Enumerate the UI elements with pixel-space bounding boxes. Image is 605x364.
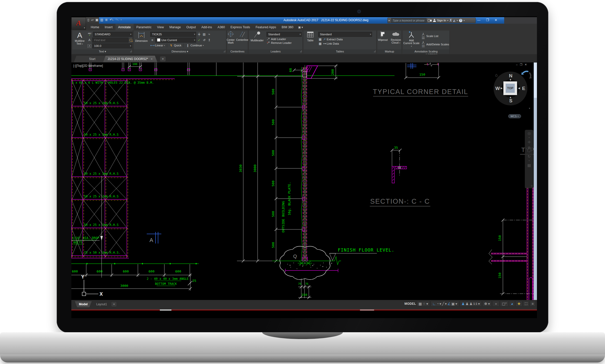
table-style-dropdown[interactable]: Standard [318, 32, 372, 37]
help-icon[interactable]: ? [459, 19, 462, 22]
isolate-objects-icon[interactable]: ▢° [502, 302, 507, 306]
osnap-caret-icon[interactable]: ▾ [456, 302, 457, 306]
find-magnifier-icon[interactable] [130, 39, 132, 42]
table-button[interactable]: Table [305, 31, 316, 42]
zoom-caret-icon[interactable]: ▾ [529, 151, 530, 153]
sign-in-caret-icon[interactable]: ▾ [447, 19, 448, 22]
dim-check-icon[interactable]: ✓ [197, 38, 201, 42]
plot-icon[interactable]: ≣ [105, 18, 108, 22]
dim-break-icon[interactable]: ╪ [197, 33, 201, 36]
a360-caret-icon[interactable]: ▾ [457, 19, 458, 22]
tab-manage[interactable]: Manage [167, 24, 184, 30]
spell-check-icon[interactable]: ABC✓ [87, 33, 92, 36]
panel-title-markup[interactable]: Markup [377, 49, 402, 54]
add-current-scale-button[interactable]: AddCurrent Scale ▾ [403, 31, 420, 48]
tab-featured-apps[interactable]: Featured Apps [253, 24, 279, 30]
viewcube-home-icon[interactable]: ⌂ [495, 73, 498, 78]
customize-menu-icon[interactable]: ≡ [532, 302, 534, 306]
undo-icon[interactable]: ↶▾ [110, 18, 113, 22]
text-style-dropdown[interactable]: STANDARD [93, 32, 132, 37]
dim-layer-dropdown[interactable]: Use Current [155, 38, 196, 43]
exchange-apps-icon[interactable]: X [449, 18, 452, 22]
search-input[interactable] [391, 18, 427, 23]
annotation-autoscale-icon[interactable]: ♟ [465, 302, 469, 306]
panel-title-centerlines[interactable]: Centerlines [227, 49, 248, 54]
file-tab-document[interactable]: J1214-22 SLIDING DOORS2*✕ [103, 56, 157, 62]
a360-icon[interactable]: ◭ [453, 19, 456, 22]
navbar-caret-icon[interactable]: ▾ [529, 137, 530, 138]
viewcube-east[interactable]: E [522, 86, 525, 91]
viewcube[interactable]: N W E S ▼ ▲ ▶ ◀ TOP ⌂ WCS ▿ ▾ [494, 72, 527, 105]
navigation-wheel-icon[interactable]: ◎ [527, 131, 531, 135]
wipeout-button[interactable]: Wipeout [377, 31, 388, 49]
extract-data-button[interactable]: ▦↗ Extract Data [318, 38, 375, 41]
viewcube-rotate-arrows-icon[interactable] [521, 70, 533, 81]
polar-tracking-icon[interactable]: ◔ [437, 302, 439, 306]
panel-title-leaders[interactable]: Leaders◿ [249, 49, 302, 54]
revision-cloud-button[interactable]: RevisionCloud ▾ [390, 31, 402, 49]
annotation-scale-value[interactable]: 1:1 [473, 302, 477, 305]
tab-express-tools[interactable]: Express Tools [228, 24, 253, 30]
snap-caret-icon[interactable]: ▾ [426, 302, 428, 306]
redo-icon[interactable]: ↷▾ [115, 18, 119, 22]
viewcube-top-face[interactable]: TOP [506, 84, 515, 93]
tab-bim360[interactable]: BIM 360 [279, 24, 296, 30]
tab-output[interactable]: Output [184, 24, 199, 30]
viewport-restore-icon[interactable]: ❐ [520, 63, 522, 66]
tab-view[interactable]: View [154, 24, 167, 30]
viewcube-context-caret-icon[interactable]: ▾ [529, 107, 530, 110]
annotation-scale-icon[interactable]: ♟ [469, 302, 473, 306]
text-height-dropdown[interactable]: 100.0 [92, 43, 132, 48]
tab-addins[interactable]: Add-ins [199, 24, 215, 30]
ribbon-display-toggle-icon[interactable]: ▣ ▾ [296, 24, 305, 30]
file-tab-close-icon[interactable]: ✕ [150, 57, 153, 60]
open-file-icon[interactable]: ▱ [91, 18, 94, 22]
sign-in-button[interactable]: Sign In [437, 19, 446, 22]
object-snap-icon[interactable]: ▣ [451, 302, 455, 306]
dim-jog-line-icon[interactable]: ≈ [207, 33, 211, 36]
add-delete-scales-button[interactable]: 人▥Add/Delete Scales [421, 41, 449, 48]
linear-dimension-button[interactable]: ⟷Linear ▾ [150, 44, 165, 47]
tab-insert[interactable]: Insert [102, 24, 115, 30]
hardware-acceleration-icon[interactable]: ◕ [511, 302, 513, 306]
polar-caret-icon[interactable]: ▾ [440, 302, 441, 306]
new-file-icon[interactable]: ▯ [87, 18, 89, 22]
dim-override-icon[interactable]: ↥ [207, 38, 211, 42]
application-menu-button[interactable]: A ▾ [71, 17, 86, 30]
new-file-tab-button[interactable]: + [160, 56, 166, 62]
help-caret-icon[interactable]: ▾ [464, 19, 465, 22]
vertical-scrollbar[interactable] [534, 63, 537, 300]
minimize-button[interactable]: — [477, 18, 480, 22]
viewcube-wcs-dropdown[interactable]: WCS ▿ [508, 114, 521, 118]
navigation-bar[interactable]: ◎ ▾ ✛ ⊕ ▾ ↻ ▾ ▦ ⊖ [525, 130, 533, 188]
navbar-close-icon[interactable]: ⊖ [531, 184, 533, 188]
tab-annotate[interactable]: Annotate [115, 24, 134, 30]
pan-icon[interactable]: ✛ [528, 140, 531, 144]
dim-style-dropdown[interactable]: TICK25 [150, 32, 196, 37]
panel-title-annotation-scaling[interactable]: Annotation Scaling [403, 49, 449, 54]
panel-title-dimensions[interactable]: Dimensions ▾◿ [134, 49, 226, 54]
multiline-text-button[interactable]: A MultilineText ▾ [73, 31, 86, 45]
centerline-button[interactable]: Centerline [236, 31, 248, 49]
workspace-caret-icon[interactable]: ▾ [488, 302, 490, 306]
object-snap-tracking-icon[interactable]: ∠ [447, 302, 451, 306]
orbit-icon[interactable]: ↻ [528, 155, 531, 158]
viewport-controls[interactable]: [-][Top][2D Wireframe] [73, 64, 103, 68]
center-mark-button[interactable]: CenterMark [227, 31, 235, 49]
ortho-icon[interactable]: ∟ [432, 302, 436, 306]
viewcube-arrow-right-icon[interactable]: ◀ [518, 87, 520, 89]
dim-update-icon[interactable]: ↺ [202, 38, 206, 42]
workspace-gear-icon[interactable]: ☸ [484, 302, 488, 306]
model-tab[interactable]: Model [75, 301, 92, 307]
isodraft-caret-icon[interactable]: ▾ [445, 302, 447, 306]
panel-title-text[interactable]: Text ▾◿ [72, 49, 133, 54]
link-data-button[interactable]: ▦⊶ Link Data [318, 42, 375, 45]
viewcube-arrow-up-icon[interactable]: ▼ [509, 78, 512, 81]
infocenter-toggle-icon[interactable]: ▸ [389, 19, 390, 22]
scale-list-button[interactable]: 人▤Scale List [421, 32, 449, 40]
viewcube-arrow-left-icon[interactable]: ▶ [501, 87, 503, 89]
layout1-tab[interactable]: Layout1 [92, 301, 111, 307]
fullscreen-icon[interactable]: ⛶ [525, 302, 527, 306]
scale-caret-icon[interactable]: ▾ [478, 302, 480, 306]
annotation-visibility-icon[interactable]: ♟ [462, 302, 465, 306]
